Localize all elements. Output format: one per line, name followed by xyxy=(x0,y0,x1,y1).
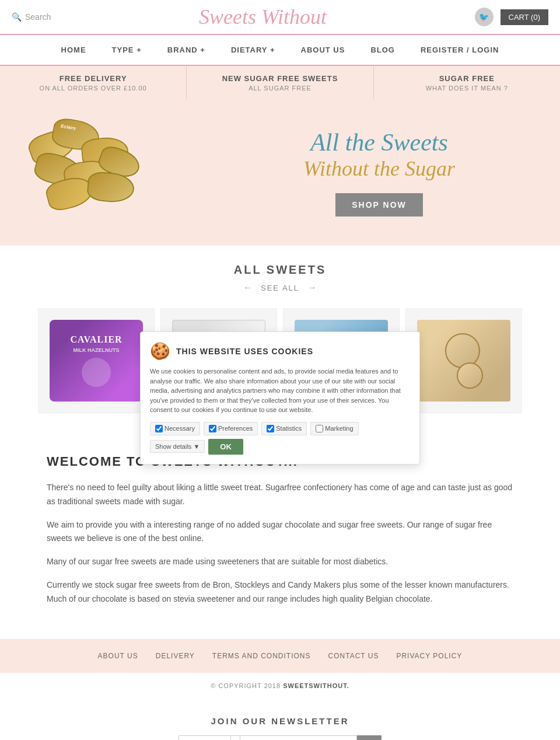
hero-image-area: Eclairs xyxy=(0,114,198,231)
footer-nav: ABOUT US DELIVERY TERMS AND CONDITIONS C… xyxy=(0,639,560,673)
nav-dietary[interactable]: DIETARY + xyxy=(218,35,288,65)
welcome-para-4: Currently we stock sugar free sweets fro… xyxy=(47,578,513,606)
newsletter-form: SIGN UP | → xyxy=(12,735,548,740)
footer-privacy[interactable]: PRIVACY POLICY xyxy=(396,652,462,660)
see-all-link[interactable]: SEE ALL xyxy=(261,284,299,292)
nav-home[interactable]: HOME xyxy=(48,35,99,65)
newsletter-section: JOIN OUR NEWSLETTER SIGN UP | → PayPal V… xyxy=(0,699,560,740)
welcome-para-2: We aim to provide you with a interesting… xyxy=(47,518,513,546)
newsletter-submit-button[interactable]: → xyxy=(357,735,382,740)
nav-about[interactable]: ABOUT US xyxy=(288,35,358,65)
cookie-title: THIS WEBSITE USES COOKIES xyxy=(176,347,313,356)
footer-contact[interactable]: CONTACT US xyxy=(328,652,379,660)
footer-delivery[interactable]: DELIVERY xyxy=(156,652,195,660)
info-sugar-free: SUGAR FREE WHAT DOES IT MEAN ? xyxy=(374,66,560,100)
cookie-preferences-checkbox[interactable]: Preferences xyxy=(204,422,258,435)
copyright-text: © COPYRIGHT 2018 xyxy=(211,682,281,689)
cookie-text: We use cookies to personalise content an… xyxy=(150,366,410,415)
products-container: CAVALIER MILK HAZELNUTS SUGAR FREE GELAT… xyxy=(0,308,560,425)
main-nav: HOME TYPE + BRAND + DIETARY + ABOUT US B… xyxy=(0,34,560,66)
search-button[interactable]: 🔍 Search xyxy=(12,12,51,22)
signup-label: SIGN UP xyxy=(178,735,230,740)
header-right: 🐦 CART (0) xyxy=(475,8,548,26)
cookie-banner: 🍪 THIS WEBSITE USES COOKIES We use cooki… xyxy=(140,331,420,465)
see-all-row: ← SEE ALL → xyxy=(23,282,537,293)
info-bar: FREE DELIVERY ON ALL ORDERS OVER £10.00 … xyxy=(0,66,560,100)
cookie-header: 🍪 THIS WEBSITE USES COOKIES xyxy=(150,341,410,361)
product-image-cavalier: CAVALIER MILK HAZELNUTS xyxy=(50,320,143,402)
search-icon: 🔍 xyxy=(12,12,22,22)
cookie-show-details[interactable]: Show details ▼ xyxy=(150,440,205,453)
cookie-icon: 🍪 xyxy=(150,341,170,361)
list-item[interactable]: CAVALIER MILK HAZELNUTS xyxy=(38,308,155,413)
header: 🔍 Search Sweets Without 🐦 CART (0) xyxy=(0,0,560,34)
nav-register[interactable]: REGISTER / LOGIN xyxy=(408,35,512,65)
hero-text-area: All the Sweets Without the Sugar SHOP NO… xyxy=(198,117,560,228)
all-sweets-section: ALL SWEETS ← SEE ALL → xyxy=(0,246,560,308)
form-divider: | xyxy=(230,735,240,740)
cookie-statistics-checkbox[interactable]: Statistics xyxy=(261,422,307,435)
nav-blog[interactable]: BLOG xyxy=(358,35,408,65)
welcome-para-1: There's no need to feel guilty about lik… xyxy=(47,481,513,509)
twitter-icon[interactable]: 🐦 xyxy=(475,8,494,26)
prev-arrow-icon[interactable]: ← xyxy=(243,282,253,293)
email-field[interactable] xyxy=(240,735,357,740)
cookie-necessary-checkbox[interactable]: Necessary xyxy=(150,422,200,435)
chevron-down-icon: ▼ xyxy=(193,443,200,450)
hero-title-line1: All the Sweets xyxy=(222,129,537,156)
hero-title-line2: Without the Sugar xyxy=(222,156,537,181)
all-sweets-title: ALL SWEETS xyxy=(23,263,537,277)
footer-about-us[interactable]: ABOUT US xyxy=(98,652,138,660)
product-image-biscuit xyxy=(417,320,510,402)
hero-banner: Eclairs All the Sweets Without the Sugar… xyxy=(0,100,560,246)
search-label: Search xyxy=(25,12,51,22)
footer-terms[interactable]: TERMS AND CONDITIONS xyxy=(212,652,311,660)
shop-now-button[interactable]: SHOP NOW xyxy=(335,193,423,217)
info-new-sweets: NEW SUGAR FREE SWEETS ALL SUGAR FREE xyxy=(187,66,373,100)
nav-type[interactable]: TYPE + xyxy=(99,35,155,65)
copyright-bar: © COPYRIGHT 2018 SWEETSWITHOUT. xyxy=(0,673,560,699)
welcome-para-3: Many of our sugar free sweets are made u… xyxy=(47,555,513,569)
list-item[interactable] xyxy=(405,308,522,413)
next-arrow-icon[interactable]: → xyxy=(307,282,317,293)
nav-brand[interactable]: BRAND + xyxy=(155,35,218,65)
cookie-ok-button[interactable]: OK xyxy=(208,439,243,455)
site-logo[interactable]: Sweets Without xyxy=(51,5,474,29)
newsletter-title: JOIN OUR NEWSLETTER xyxy=(12,716,548,726)
copyright-brand: SWEETSWITHOUT. xyxy=(283,682,349,689)
info-delivery: FREE DELIVERY ON ALL ORDERS OVER £10.00 xyxy=(0,66,187,100)
cookie-marketing-checkbox[interactable]: Marketing xyxy=(310,422,358,435)
cart-button[interactable]: CART (0) xyxy=(501,9,548,25)
